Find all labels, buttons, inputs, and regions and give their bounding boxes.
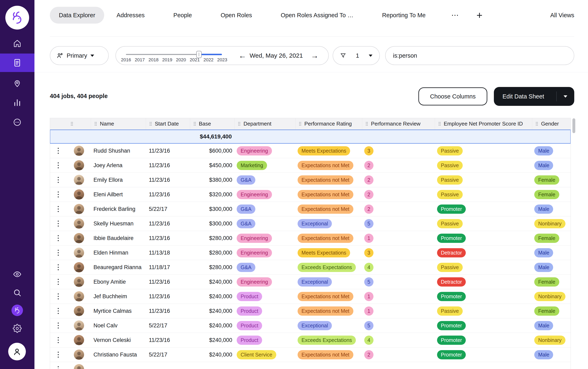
enps-tag[interactable]: Promoter: [437, 292, 466, 301]
performance-rating-tag[interactable]: Expectations not Met: [298, 175, 353, 184]
row-name[interactable]: Eleni Ailbert: [93, 191, 123, 198]
department-tag[interactable]: G&A: [237, 219, 255, 228]
enps-tag[interactable]: Promoter: [437, 321, 466, 330]
table-scrollbar[interactable]: [572, 118, 575, 369]
column-header-handle[interactable]: [50, 118, 91, 129]
performance-review-badge[interactable]: 2: [364, 175, 374, 184]
avatar[interactable]: [74, 233, 84, 243]
performance-rating-tag[interactable]: Expectations not Met: [298, 307, 353, 316]
performance-review-badge[interactable]: 1: [364, 292, 374, 301]
gender-tag[interactable]: Female: [534, 175, 559, 184]
row-menu-button[interactable]: [57, 235, 59, 242]
row-menu-button[interactable]: [57, 162, 59, 169]
column-header-enps[interactable]: Employee Net Promoter Score ID: [435, 118, 532, 129]
column-header-base[interactable]: Base: [190, 118, 235, 129]
department-tag[interactable]: Client Service: [237, 350, 276, 359]
row-name[interactable]: Ibbie Baudelaire: [93, 235, 133, 241]
department-tag[interactable]: Engineering: [237, 248, 272, 257]
avatar[interactable]: [74, 218, 84, 229]
gender-tag[interactable]: Male: [534, 263, 553, 272]
tab-data-explorer[interactable]: Data Explorer: [50, 7, 104, 24]
gender-tag[interactable]: Male: [534, 161, 553, 170]
row-menu-button[interactable]: [57, 176, 59, 183]
add-view-button[interactable]: +: [476, 9, 482, 21]
tab-people[interactable]: People: [173, 12, 192, 19]
gender-tag[interactable]: Female: [534, 234, 559, 243]
enps-tag[interactable]: Passive: [437, 307, 463, 316]
date-prev-button[interactable]: ←: [239, 47, 246, 65]
performance-review-badge[interactable]: 2: [364, 205, 374, 214]
avatar[interactable]: [74, 175, 84, 185]
row-menu-button[interactable]: [57, 249, 59, 256]
performance-review-badge[interactable]: 4: [364, 336, 374, 345]
enps-tag[interactable]: Detractor: [437, 248, 466, 257]
avatar[interactable]: [74, 247, 84, 258]
performance-rating-tag[interactable]: Expectations not Met: [298, 205, 353, 214]
column-header-start-date[interactable]: Start Date: [146, 118, 190, 129]
profile-button[interactable]: [8, 343, 26, 360]
current-date-label[interactable]: Wed, May 26, 2021: [250, 47, 305, 65]
row-name[interactable]: Emily Ellora: [93, 177, 123, 183]
performance-review-badge[interactable]: 1: [364, 307, 374, 316]
department-tag[interactable]: Product: [237, 307, 262, 316]
department-tag[interactable]: Engineering: [237, 190, 272, 199]
row-name[interactable]: Myrtice Calmas: [93, 308, 132, 314]
performance-rating-tag[interactable]: Exceeds Expectations: [298, 336, 356, 345]
sidebar-item-data-sheet[interactable]: [0, 53, 34, 72]
edit-data-sheet-menu-button[interactable]: [557, 95, 574, 98]
column-header-department[interactable]: Department: [235, 118, 295, 129]
department-tag[interactable]: Engineering: [237, 277, 272, 287]
row-name[interactable]: Ebony Amitie: [93, 279, 126, 285]
avatar[interactable]: [74, 262, 84, 272]
gender-tag[interactable]: Male: [534, 321, 553, 330]
enps-tag[interactable]: Passive: [437, 161, 463, 170]
performance-review-badge[interactable]: 3: [364, 146, 374, 155]
charthop-logo[interactable]: [5, 6, 29, 30]
avatar[interactable]: [74, 364, 84, 369]
enps-tag[interactable]: Promoter: [437, 205, 466, 214]
row-name[interactable]: Noel Calv: [93, 322, 118, 329]
date-next-button[interactable]: →: [311, 47, 318, 65]
performance-review-badge[interactable]: 2: [364, 350, 374, 359]
scrollbar-thumb[interactable]: [572, 118, 575, 133]
performance-rating-tag[interactable]: Expectations not Met: [298, 234, 353, 243]
enps-tag[interactable]: Passive: [437, 190, 463, 199]
tab-reporting-to-me[interactable]: Reporting To Me: [382, 12, 426, 19]
summary-row[interactable]: $44,619,400: [50, 130, 571, 144]
filter-dropdown[interactable]: 1: [333, 46, 380, 65]
performance-review-badge[interactable]: 1: [364, 234, 374, 243]
avatar[interactable]: [74, 189, 84, 200]
gender-tag[interactable]: Nonbinary: [534, 336, 566, 345]
performance-rating-tag[interactable]: Exceptional: [298, 321, 332, 330]
enps-tag[interactable]: Promoter: [437, 234, 466, 243]
avatar[interactable]: [74, 320, 84, 331]
avatar[interactable]: [74, 146, 84, 156]
row-name[interactable]: Rudd Shushan: [93, 148, 130, 154]
enps-tag[interactable]: Promoter: [437, 336, 466, 345]
performance-rating-tag[interactable]: Exceptional: [298, 277, 332, 287]
row-name[interactable]: Joey Arlena: [93, 162, 122, 169]
performance-rating-tag[interactable]: Meets Expectations: [298, 146, 350, 155]
gender-tag[interactable]: Female: [534, 307, 559, 316]
column-header-performance-review[interactable]: Performance Review: [362, 118, 435, 129]
performance-review-badge[interactable]: 2: [364, 161, 374, 170]
timeline-track[interactable]: [126, 54, 197, 55]
search-input[interactable]: [393, 52, 567, 59]
row-name[interactable]: Christiano Fausta: [93, 352, 137, 358]
column-header-performance-rating[interactable]: Performance Rating: [295, 118, 362, 129]
row-name[interactable]: Elden Hinman: [93, 250, 128, 256]
avatar[interactable]: [74, 277, 84, 287]
tabs-overflow-button[interactable]: ⋯: [451, 11, 459, 20]
sidebar-item-visibility[interactable]: [0, 265, 34, 284]
user-avatar[interactable]: [11, 305, 23, 316]
avatar[interactable]: [74, 204, 84, 214]
primary-view-dropdown[interactable]: Primary: [50, 46, 109, 65]
performance-review-badge[interactable]: 5: [364, 219, 374, 228]
performance-review-badge[interactable]: 5: [364, 321, 374, 330]
enps-tag[interactable]: Passive: [437, 146, 463, 155]
row-menu-button[interactable]: [57, 191, 59, 198]
avatar[interactable]: [74, 349, 84, 360]
department-tag[interactable]: Marketing: [237, 161, 267, 170]
choose-columns-button[interactable]: Choose Columns: [418, 87, 487, 105]
performance-review-badge[interactable]: 4: [364, 263, 374, 272]
